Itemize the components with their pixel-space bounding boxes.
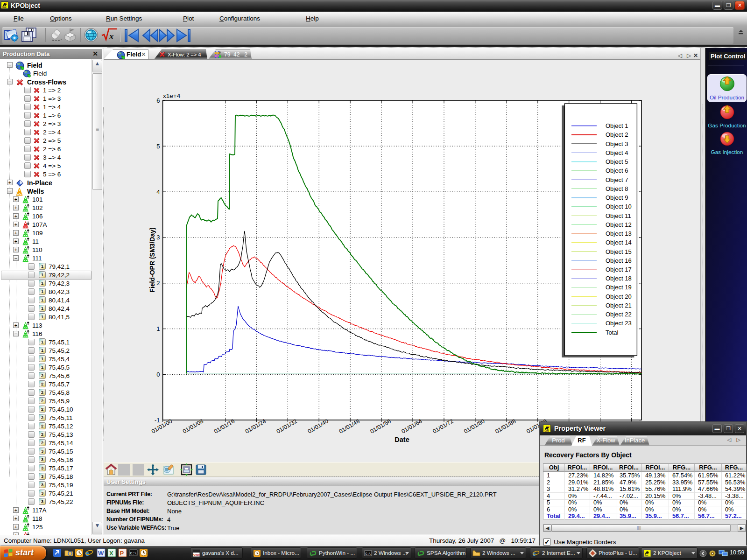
svg-text:2: 2: [41, 424, 43, 428]
svg-text:2: 2: [41, 390, 43, 395]
svg-text:2: 2: [41, 441, 43, 445]
svg-text:3: 3: [41, 449, 43, 454]
svg-text:W: W: [98, 550, 104, 557]
svg-text:2: 2: [41, 373, 43, 378]
svg-text:Eni: Eni: [2, 6, 7, 8]
svg-text:1: 1: [41, 264, 43, 269]
svg-text:1: 1: [41, 340, 43, 344]
svg-text:2: 2: [41, 407, 43, 412]
svg-text:3: 3: [41, 491, 43, 496]
svg-text:1: 1: [41, 315, 43, 319]
svg-text:2: 2: [41, 432, 43, 437]
svg-text:C:\: C:\: [130, 551, 137, 555]
svg-text:3: 3: [41, 499, 43, 504]
svg-text:2: 2: [41, 382, 43, 386]
svg-text:1: 1: [41, 281, 43, 286]
svg-text:1: 1: [41, 298, 43, 302]
svg-text:3: 3: [41, 457, 43, 462]
svg-text:1: 1: [41, 357, 43, 361]
svg-text:C:\: C:\: [366, 553, 371, 556]
svg-text:Eni: Eni: [544, 429, 549, 432]
svg-text:1: 1: [41, 306, 43, 311]
svg-text:Eni: Eni: [645, 554, 648, 557]
svg-text:1: 1: [41, 273, 43, 277]
svg-text:x: x: [109, 31, 114, 41]
svg-text:3: 3: [41, 483, 43, 487]
svg-text:1: 1: [41, 348, 43, 353]
svg-text:2: 2: [41, 399, 43, 403]
svg-text:3: 3: [41, 466, 43, 470]
svg-text:P: P: [120, 550, 124, 557]
svg-text:1: 1: [41, 365, 43, 370]
svg-text:e: e: [85, 549, 89, 558]
svg-text:1: 1: [41, 289, 43, 294]
svg-text:VNC: VNC: [193, 553, 200, 557]
svg-text:3: 3: [41, 474, 43, 479]
svg-text:X: X: [109, 550, 113, 557]
svg-text:2: 2: [41, 415, 43, 420]
